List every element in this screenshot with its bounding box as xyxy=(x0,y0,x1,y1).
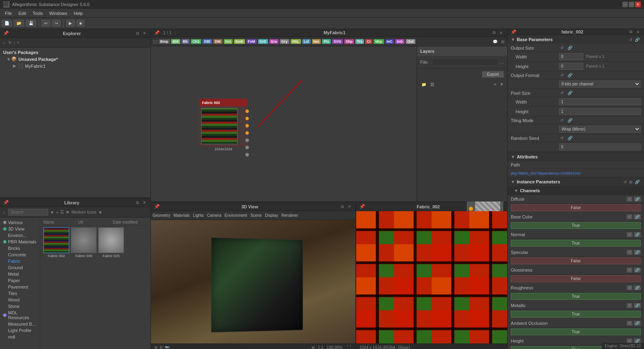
library-list-icon[interactable]: ☰ xyxy=(60,210,64,215)
port-out-4[interactable] xyxy=(245,131,249,135)
instance-params-btn1[interactable]: ↺ xyxy=(622,179,628,185)
explorer-user-packages[interactable]: User's Packages xyxy=(2,49,149,56)
specular-link[interactable]: 🔗 xyxy=(634,250,641,255)
view3d-float-btn[interactable]: ⧉ xyxy=(340,204,345,210)
node-btn-fxm[interactable]: FxM xyxy=(246,39,257,44)
undo-button[interactable]: ↩ xyxy=(41,20,50,27)
lib-cat-pavement[interactable]: Pavement xyxy=(0,284,40,290)
layers-export-btn[interactable]: Export xyxy=(482,71,504,78)
node-btn-hsl[interactable]: HSL xyxy=(291,39,301,44)
menu-windows[interactable]: Windows xyxy=(46,10,70,17)
lib-cat-3dview[interactable]: 3D View xyxy=(0,226,40,232)
view3d-menu-camera[interactable]: Camera xyxy=(207,213,221,218)
node-btn-gra[interactable]: Gra xyxy=(269,39,279,44)
view3d-menu-geometry[interactable]: Geometry xyxy=(153,213,170,218)
lib-cat-fabric[interactable]: Fabric xyxy=(0,258,40,264)
fabric-content[interactable] xyxy=(356,211,507,343)
explorer-home-btn[interactable]: ⌂ xyxy=(2,40,6,45)
random-seed-input[interactable] xyxy=(559,143,641,150)
view3d-menu-renderer[interactable]: Renderer xyxy=(281,213,298,218)
node-btn-trs[interactable]: Trs xyxy=(355,39,364,44)
library-star-icon[interactable]: ★ xyxy=(66,210,70,215)
lib-cat-bricks[interactable]: Bricks xyxy=(0,245,40,251)
lib-cat-measured[interactable]: Measured B... xyxy=(0,321,40,327)
library-add-icon[interactable]: + xyxy=(56,210,58,215)
view3d-header-right[interactable]: ⧉ ✕ xyxy=(340,204,352,210)
node-btn-out[interactable]: Out xyxy=(406,39,415,44)
explorer-unsaved-package[interactable]: ▼ 📦 Unsaved Package* xyxy=(2,56,149,62)
layers-file-browse-btn[interactable]: ... xyxy=(500,60,504,64)
open-button[interactable]: 📂 xyxy=(14,20,24,27)
lib-cat-wood[interactable]: Wood xyxy=(0,297,40,303)
explorer-myfabric[interactable]: ▶ ⬛ MyFabric1 xyxy=(2,62,149,69)
port-out-1[interactable] xyxy=(245,109,249,113)
tiling-mode-reset-btn[interactable]: ↺ xyxy=(559,118,565,123)
node-btn-pix[interactable]: Pix xyxy=(322,39,331,44)
material-item-fabric025[interactable]: Fabric 025 xyxy=(98,227,124,258)
output-format-select[interactable]: 8 bits per channel xyxy=(559,81,641,87)
node-btn-nm[interactable]: Nm xyxy=(312,39,321,44)
node-btn-bld[interactable]: Bld xyxy=(171,39,180,44)
base-color-reset[interactable]: ↺ xyxy=(627,214,632,219)
specular-toggle[interactable]: False xyxy=(511,258,641,264)
lib-cat-metal[interactable]: Metal xyxy=(0,271,40,277)
metallic-toggle[interactable]: True xyxy=(511,311,641,318)
menu-file[interactable]: File xyxy=(2,10,15,17)
base-params-reset[interactable]: ↺ xyxy=(628,37,634,42)
tiling-mode-link-btn[interactable]: 🔗 xyxy=(566,118,574,123)
roughness-link[interactable]: 🔗 xyxy=(634,285,641,290)
library-search-input[interactable] xyxy=(8,209,48,216)
base-params-link[interactable]: 🔗 xyxy=(634,37,641,42)
graph-toolbar-comment[interactable]: 💬 xyxy=(491,39,499,44)
instance-params-btn2[interactable]: ⊞ xyxy=(628,179,634,185)
node-btn-cr[interactable]: Cr xyxy=(365,39,372,44)
stop-button[interactable]: ■ xyxy=(76,20,85,27)
node-btn-gry[interactable]: Gry xyxy=(280,39,289,44)
output-format-link-btn[interactable]: 🔗 xyxy=(566,73,574,78)
lib-cat-tiles[interactable]: Tiles xyxy=(0,290,40,297)
close-button[interactable]: ✕ xyxy=(635,2,641,7)
metallic-link[interactable]: 🔗 xyxy=(634,303,641,308)
node-btn-bmp[interactable]: Bmp xyxy=(159,39,170,44)
graph-close-btn[interactable]: ✕ xyxy=(498,30,504,35)
save-button[interactable]: 💾 xyxy=(26,20,36,27)
base-color-toggle[interactable]: True xyxy=(511,222,641,229)
lib-cat-stone[interactable]: Stone xyxy=(0,303,40,310)
glossiness-reset[interactable]: ↺ xyxy=(627,268,632,272)
port-out-5[interactable] xyxy=(245,138,249,142)
node-btn-wrp[interactable]: Wrp xyxy=(374,39,384,44)
node-btn-dst[interactable]: Dst xyxy=(224,39,233,44)
glossiness-link[interactable]: 🔗 xyxy=(634,268,641,272)
output-format-reset-btn[interactable]: ↺ xyxy=(559,73,565,78)
library-float-btn[interactable]: ⧉ xyxy=(135,200,140,206)
random-seed-reset-btn[interactable]: ↺ xyxy=(559,135,565,141)
prop-float-btn[interactable]: ⧉ xyxy=(628,29,634,35)
diffuse-reset[interactable]: ↺ xyxy=(627,197,632,202)
pixel-size-reset-btn[interactable]: ↺ xyxy=(559,90,565,96)
pixel-width-input[interactable] xyxy=(559,98,641,105)
lib-cat-various[interactable]: Various xyxy=(0,219,40,226)
ao-link[interactable]: 🔗 xyxy=(634,321,641,326)
view3d-menu-scene[interactable]: Scene xyxy=(250,213,262,218)
output-size-link-btn[interactable]: 🔗 xyxy=(566,45,574,50)
normal-toggle[interactable]: True xyxy=(511,240,641,247)
fabric-002-node[interactable]: Fabric 002 xyxy=(199,99,248,146)
glossiness-toggle[interactable]: False xyxy=(511,275,641,282)
view3d-close-btn[interactable]: ✕ xyxy=(347,204,352,210)
redo-button[interactable]: ↪ xyxy=(52,20,61,27)
explorer-close-btn[interactable]: ✕ xyxy=(142,31,147,36)
graph-canvas[interactable]: Fabric 002 xyxy=(151,46,507,202)
base-params-header[interactable]: ▼ Base Parameters ↺ 🔗 xyxy=(508,35,644,44)
menu-tools[interactable]: Tools xyxy=(29,10,46,17)
lib-cat-light-profile[interactable]: Light Profile xyxy=(0,327,40,334)
ao-toggle[interactable]: True xyxy=(511,328,641,335)
prop-header-right[interactable]: ⧉ ✕ xyxy=(628,29,641,35)
normal-reset[interactable]: ↺ xyxy=(627,232,632,237)
library-home-btn[interactable]: ⌂ xyxy=(2,210,6,215)
layers-del-btn[interactable]: ✕ xyxy=(492,82,498,87)
graph-toolbar-grid[interactable]: ⊞ xyxy=(500,39,506,44)
menu-edit[interactable]: Edit xyxy=(15,10,29,17)
explorer-float-btn[interactable]: ⧉ xyxy=(135,31,140,36)
attributes-header[interactable]: ▼ Attributes xyxy=(508,152,644,161)
pixel-height-input[interactable] xyxy=(559,108,641,115)
